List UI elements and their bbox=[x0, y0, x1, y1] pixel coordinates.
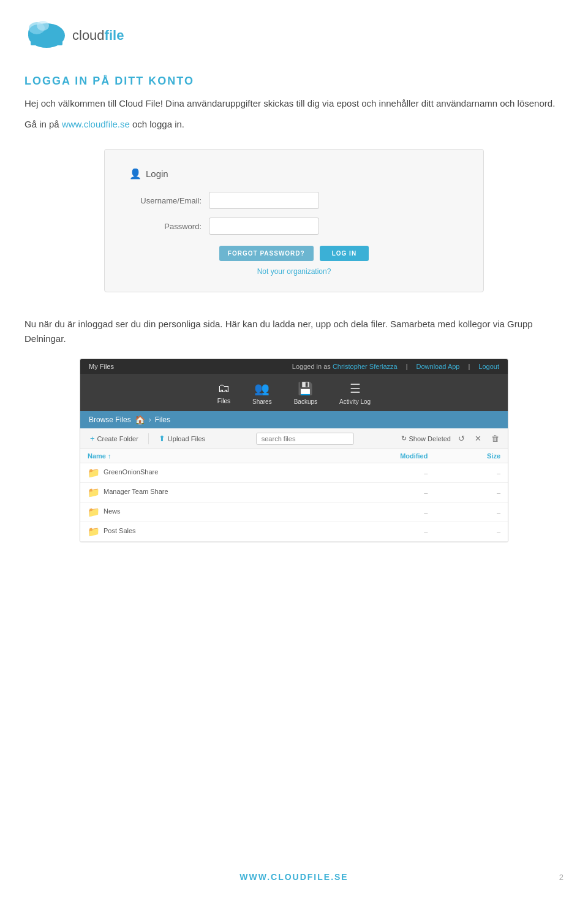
login-title: 👤 Login bbox=[129, 168, 459, 180]
search-wrapper bbox=[214, 433, 396, 445]
browse-bar: Browse Files 🏠 › Files bbox=[80, 411, 508, 428]
shares-nav-icon: 👥 bbox=[254, 381, 270, 396]
password-row: Password: bbox=[129, 218, 459, 235]
col-modified-header[interactable]: Modified bbox=[326, 449, 435, 463]
cloudfile-link[interactable]: www.cloudfile.se bbox=[62, 119, 130, 129]
file-name-cell: 📁Manager Team Share bbox=[80, 483, 326, 503]
logo-text: cloudfile bbox=[72, 28, 124, 44]
files-iconnav: 🗂 Files 👥 Shares 💾 Backups ☰ Activity Lo… bbox=[80, 374, 508, 411]
plus-icon: + bbox=[90, 434, 95, 443]
intro-text-1: Hej och välkommen till Cloud File! Dina … bbox=[0, 96, 588, 117]
forgot-password-button[interactable]: FORGOT PASSWORD? bbox=[219, 246, 314, 261]
shares-nav-label: Shares bbox=[252, 398, 272, 405]
file-modified-cell: – bbox=[326, 463, 435, 483]
folder-icon: 📁 bbox=[88, 526, 100, 537]
login-screenshot: 👤 Login Username/Email: Password: FORGOT… bbox=[104, 149, 484, 292]
logo-area: cloudfile bbox=[0, 0, 588, 60]
password-input[interactable] bbox=[209, 218, 319, 235]
upload-icon: ⬆ bbox=[159, 434, 165, 443]
table-header-row: Name ↑ Modified Size bbox=[80, 449, 508, 463]
topbar-right: Logged in as Christopher Sferlazza | Dow… bbox=[292, 363, 499, 370]
user-icon: 👤 bbox=[129, 168, 141, 180]
nav-item-backups[interactable]: 💾 Backups bbox=[283, 379, 328, 408]
section-heading: LOGGA IN PÅ DITT KONTO bbox=[0, 60, 588, 96]
topbar-separator-2: | bbox=[468, 363, 470, 370]
file-name-cell: 📁GreenOnionShare bbox=[80, 463, 326, 483]
upload-files-button[interactable]: ⬆ Upload Files bbox=[155, 432, 209, 445]
svg-point-5 bbox=[37, 21, 49, 31]
activity-nav-icon: ☰ bbox=[350, 381, 361, 396]
folder-icon: 📁 bbox=[88, 507, 100, 517]
logged-in-label: Logged in as Christopher Sferlazza bbox=[292, 363, 398, 370]
logged-in-user[interactable]: Christopher Sferlazza bbox=[333, 363, 398, 370]
refresh-icon: ↻ bbox=[401, 434, 407, 442]
file-size-cell: – bbox=[435, 483, 508, 503]
close-icon-button[interactable]: ✕ bbox=[472, 433, 484, 444]
delete-icon-button[interactable]: 🗑 bbox=[489, 433, 502, 444]
file-size-cell: – bbox=[435, 522, 508, 542]
page-number: 2 bbox=[559, 873, 564, 882]
backups-nav-icon: 💾 bbox=[298, 381, 313, 396]
toolbar-separator-1 bbox=[148, 433, 149, 444]
password-label: Password: bbox=[129, 222, 209, 231]
username-input[interactable] bbox=[209, 192, 319, 209]
table-row[interactable]: 📁News – – bbox=[80, 503, 508, 522]
file-modified-cell: – bbox=[326, 522, 435, 542]
col-name-header[interactable]: Name ↑ bbox=[80, 449, 326, 463]
username-label: Username/Email: bbox=[129, 196, 209, 205]
file-modified-cell: – bbox=[326, 483, 435, 503]
file-modified-cell: – bbox=[326, 503, 435, 522]
files-toolbar: + Create Folder ⬆ Upload Files ↻ Show De… bbox=[80, 428, 508, 449]
mid-text: Nu när du är inloggad ser du din personl… bbox=[0, 303, 588, 350]
sync-icon-button[interactable]: ↺ bbox=[456, 433, 467, 444]
file-size-cell: – bbox=[435, 503, 508, 522]
home-icon[interactable]: 🏠 bbox=[135, 415, 145, 425]
file-name: Manager Team Share bbox=[104, 488, 168, 495]
share-folder-icon: 📁 bbox=[88, 468, 100, 478]
cloudfile-logo bbox=[24, 17, 69, 54]
nav-item-shares[interactable]: 👥 Shares bbox=[241, 379, 283, 408]
files-screenshot: My Files Logged in as Christopher Sferla… bbox=[80, 358, 508, 542]
col-size-header[interactable]: Size bbox=[435, 449, 508, 463]
create-folder-button[interactable]: + Create Folder bbox=[86, 432, 142, 445]
svg-rect-3 bbox=[31, 36, 62, 45]
files-topbar: My Files Logged in as Christopher Sferla… bbox=[80, 359, 508, 374]
breadcrumb-separator: › bbox=[149, 415, 151, 424]
folder-icon: 📁 bbox=[88, 487, 100, 498]
topbar-my-files: My Files bbox=[89, 363, 114, 370]
breadcrumb-files: Files bbox=[155, 415, 170, 424]
login-buttons: FORGOT PASSWORD? LOG IN bbox=[129, 246, 459, 261]
files-table: Name ↑ Modified Size 📁GreenOnionShare – … bbox=[80, 449, 508, 542]
file-name-cell: 📁Post Sales bbox=[80, 522, 326, 542]
show-deleted-button[interactable]: ↻ Show Deleted bbox=[401, 434, 451, 442]
topbar-separator-1: | bbox=[406, 363, 408, 370]
files-nav-label: Files bbox=[217, 398, 230, 404]
file-name-cell: 📁News bbox=[80, 503, 326, 522]
browse-label: Browse Files bbox=[89, 415, 131, 424]
file-size-cell: – bbox=[435, 463, 508, 483]
backups-nav-label: Backups bbox=[294, 398, 317, 405]
username-row: Username/Email: bbox=[129, 192, 459, 209]
intro-text-2: Gå in på www.cloudfile.se och logga in. bbox=[0, 117, 588, 138]
table-row[interactable]: 📁Manager Team Share – – bbox=[80, 483, 508, 503]
nav-item-files[interactable]: 🗂 Files bbox=[206, 379, 241, 408]
download-app-link[interactable]: Download App bbox=[417, 363, 460, 370]
logout-link[interactable]: Logout bbox=[478, 363, 499, 370]
table-row[interactable]: 📁GreenOnionShare – – bbox=[80, 463, 508, 483]
table-row[interactable]: 📁Post Sales – – bbox=[80, 522, 508, 542]
file-name: Post Sales bbox=[104, 527, 136, 534]
intro-prefix: Gå in på bbox=[24, 119, 62, 129]
file-name: GreenOnionShare bbox=[104, 468, 158, 476]
search-input[interactable] bbox=[256, 433, 354, 445]
files-nav-icon: 🗂 bbox=[217, 381, 230, 395]
not-your-org-link[interactable]: Not your organization? bbox=[129, 267, 459, 276]
nav-item-activity-log[interactable]: ☰ Activity Log bbox=[328, 379, 382, 408]
activity-nav-label: Activity Log bbox=[339, 398, 371, 405]
login-button[interactable]: LOG IN bbox=[320, 246, 369, 261]
intro-suffix: och logga in. bbox=[130, 119, 184, 129]
page-footer: WWW.CLOUDFILE.SE bbox=[0, 872, 588, 882]
file-name: News bbox=[104, 507, 121, 515]
